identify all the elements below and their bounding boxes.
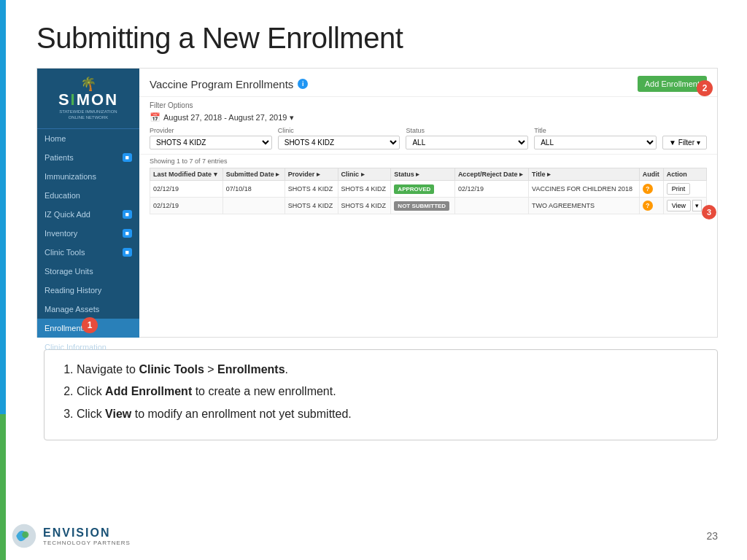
view-button[interactable]: View bbox=[667, 200, 691, 211]
nav-iz-label: IZ Quick Add bbox=[44, 210, 90, 219]
instructions-box: Navigate to Clinic Tools > Enrollments. … bbox=[44, 349, 718, 440]
nav-immunizations[interactable]: Immunizations bbox=[37, 167, 139, 186]
title-select[interactable]: ALL bbox=[534, 136, 657, 149]
help-icon-2[interactable]: ? bbox=[643, 201, 653, 211]
action-group-1: Print bbox=[667, 183, 703, 195]
instruction-item-3: Click View to modify an enrollment not y… bbox=[77, 406, 700, 422]
title-label: Title bbox=[534, 127, 657, 134]
print-button[interactable]: Print bbox=[667, 183, 691, 195]
company-name: ENVISION bbox=[43, 526, 131, 540]
cell-audit-2: ? bbox=[639, 198, 663, 214]
table-header-row: Last Modified Date ▾ Submitted Date ▸ Pr… bbox=[150, 168, 707, 181]
nav-clinic-tools-label: Clinic Tools bbox=[44, 248, 85, 257]
clinic-filter: Clinic SHOTS 4 KIDZ bbox=[278, 127, 400, 149]
company-subtitle: TECHNOLOGY PARTNERS bbox=[43, 540, 131, 546]
accent-bar bbox=[0, 0, 6, 560]
nav-clinic-tools[interactable]: Clinic Tools ■ bbox=[37, 243, 139, 262]
svg-point-1 bbox=[22, 532, 28, 538]
table-area: Showing 1 to 7 of 7 entries Last Modifie… bbox=[139, 155, 717, 337]
logo-icon: 🌴 bbox=[43, 76, 133, 92]
col-audit: Audit bbox=[639, 168, 663, 181]
nav-education[interactable]: Education bbox=[37, 186, 139, 205]
table-row: 02/12/19 SHOTS 4 KIDZ SHOTS 4 KIDZ NOT S… bbox=[150, 198, 707, 214]
screenshot-wrapper: 🌴 SIMON STATEWIDE IMMUNIZATIONONLINE NET… bbox=[36, 68, 718, 349]
logo-area: 🌴 SIMON STATEWIDE IMMUNIZATIONONLINE NET… bbox=[37, 69, 139, 129]
envision-logo: ENVISION TECHNOLOGY PARTNERS bbox=[11, 523, 131, 549]
cell-clinic-1: SHOTS 4 KIDZ bbox=[338, 181, 391, 198]
title-filter: Title ALL bbox=[534, 127, 657, 149]
date-range[interactable]: 📅 August 27, 2018 - August 27, 2019 ▾ bbox=[150, 112, 707, 122]
nav-education-label: Education bbox=[44, 191, 80, 200]
nav-storage-label: Storage Units bbox=[44, 267, 93, 276]
iz-badge: ■ bbox=[123, 210, 132, 219]
cell-title-2: TWO AGREEMENTS bbox=[529, 198, 640, 214]
date-range-text: August 27, 2018 - August 27, 2019 bbox=[163, 113, 287, 122]
footer: ENVISION TECHNOLOGY PARTNERS 23 bbox=[11, 523, 718, 549]
calendar-icon: 📅 bbox=[150, 112, 160, 122]
provider-select[interactable]: SHOTS 4 KIDZ bbox=[150, 136, 272, 149]
slide-title: Submitting a New Enrollment bbox=[36, 22, 718, 55]
page-number: 23 bbox=[706, 530, 718, 542]
col-title: Title ▸ bbox=[529, 168, 640, 181]
cell-action-1: Print bbox=[663, 181, 706, 198]
logo-subtitle: STATEWIDE IMMUNIZATIONONLINE NETWORK bbox=[43, 109, 133, 121]
step-circle-3: 3 bbox=[702, 205, 716, 219]
clinic-select[interactable]: SHOTS 4 KIDZ bbox=[278, 136, 400, 149]
cell-audit-1: ? bbox=[639, 181, 663, 198]
cell-title-1: VACCINES FOR CHILDREN 2018 bbox=[529, 181, 640, 198]
info-icon[interactable]: i bbox=[298, 79, 308, 89]
accent-bar-green bbox=[0, 414, 6, 560]
status-filter: Status ALL bbox=[406, 127, 528, 149]
nav-immunizations-label: Immunizations bbox=[44, 172, 96, 181]
date-dropdown-icon: ▾ bbox=[290, 113, 294, 122]
cell-status-2: NOT SUBMITTED bbox=[391, 198, 455, 214]
main-content: 🌴 SIMON STATEWIDE IMMUNIZATIONONLINE NET… bbox=[36, 68, 718, 440]
cell-last-modified-2: 02/12/19 bbox=[150, 198, 223, 214]
panel-title-area: Vaccine Program Enrollments i bbox=[150, 78, 308, 90]
instruction-bold-clinic-tools: Clinic Tools bbox=[139, 363, 204, 376]
help-icon-1[interactable]: ? bbox=[643, 184, 653, 194]
envision-icon bbox=[11, 523, 37, 549]
view-dropdown-button[interactable]: ▾ bbox=[692, 200, 702, 211]
instruction-bold-add-enrollment: Add Enrollment bbox=[105, 385, 192, 397]
col-clinic: Clinic ▸ bbox=[338, 168, 391, 181]
col-last-modified: Last Modified Date ▾ bbox=[150, 168, 223, 181]
panel-header: Vaccine Program Enrollments i Add Enroll… bbox=[139, 69, 717, 97]
cell-accept-1: 02/12/19 bbox=[454, 181, 528, 198]
patients-badge: ■ bbox=[123, 153, 132, 162]
filter-row: Provider SHOTS 4 KIDZ Clinic SHOTS 4 KID… bbox=[150, 127, 707, 149]
col-accept-reject: Accept/Reject Date ▸ bbox=[454, 168, 528, 181]
col-action: Action bbox=[663, 168, 706, 181]
nav-storage-units[interactable]: Storage Units bbox=[37, 262, 139, 281]
screenshot-area: 🌴 SIMON STATEWIDE IMMUNIZATIONONLINE NET… bbox=[36, 68, 718, 338]
filter-button[interactable]: ▼ Filter ▾ bbox=[662, 136, 707, 149]
provider-filter: Provider SHOTS 4 KIDZ bbox=[150, 127, 272, 149]
nav-reading-history[interactable]: Reading History bbox=[37, 281, 139, 300]
nav-patients-label: Patients bbox=[44, 153, 74, 162]
logo-simon: SIMON bbox=[43, 92, 133, 108]
nav-clinic-info-label: Clinic Information bbox=[44, 343, 107, 351]
instructions-list: Navigate to Clinic Tools > Enrollments. … bbox=[62, 362, 700, 422]
nav-patients[interactable]: Patients ■ bbox=[37, 148, 139, 167]
status-badge-approved: APPROVED bbox=[394, 184, 434, 194]
accent-bar-blue bbox=[0, 0, 6, 414]
status-select[interactable]: ALL bbox=[406, 136, 528, 149]
nav-clinic-info[interactable]: Clinic Information bbox=[37, 338, 139, 357]
nav-manage-assets[interactable]: Manage Assets bbox=[37, 300, 139, 319]
status-badge-not-submitted: NOT SUBMITTED bbox=[394, 201, 449, 211]
filter-btn-area: ▼ Filter ▾ bbox=[662, 136, 707, 149]
cell-action-2: View ▾ 3 bbox=[663, 198, 706, 214]
slide: Submitting a New Enrollment 🌴 SIMON STAT… bbox=[0, 0, 747, 560]
nav-iz-quick-add[interactable]: IZ Quick Add ■ bbox=[37, 205, 139, 224]
col-submitted: Submitted Date ▸ bbox=[222, 168, 285, 181]
instruction-item-1: Navigate to Clinic Tools > Enrollments. bbox=[77, 362, 700, 378]
nav-home[interactable]: Home bbox=[37, 129, 139, 148]
envision-text: ENVISION TECHNOLOGY PARTNERS bbox=[43, 526, 131, 546]
nav-home-label: Home bbox=[44, 134, 66, 143]
col-provider: Provider ▸ bbox=[285, 168, 338, 181]
filter-label: Filter Options bbox=[150, 101, 707, 109]
nav-enrollments-label: Enrollments bbox=[44, 324, 87, 332]
nav-inventory[interactable]: Inventory ■ bbox=[37, 224, 139, 243]
nav-reading-label: Reading History bbox=[44, 286, 101, 295]
step-circle-1: 1 bbox=[82, 317, 98, 333]
